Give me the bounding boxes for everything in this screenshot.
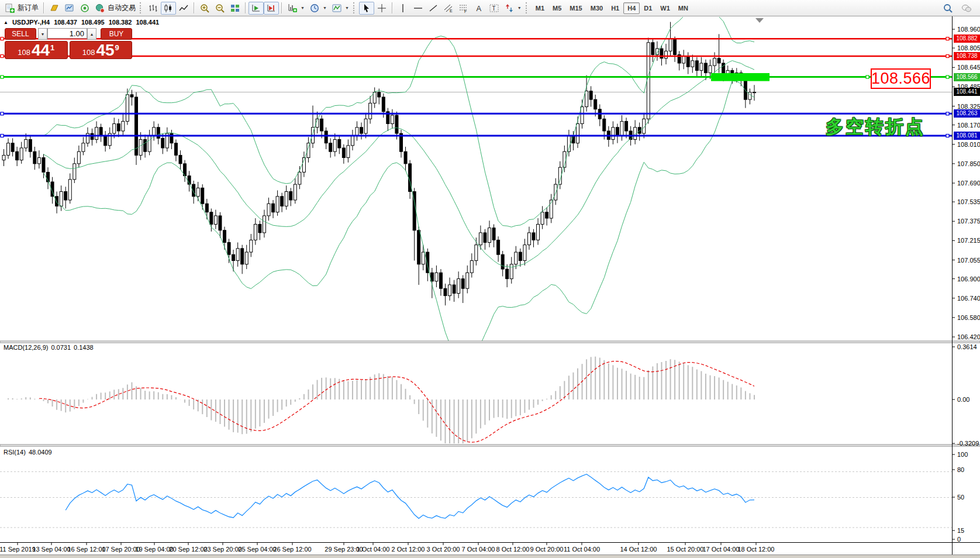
horizontal-line-tool-button[interactable] bbox=[410, 2, 426, 15]
text-tool-button[interactable]: A bbox=[471, 2, 486, 15]
time-tick-label: 1 Oct 04:00 bbox=[357, 546, 390, 553]
price-tick-label: 108.960 bbox=[957, 26, 980, 33]
collapse-chart-button[interactable]: ▲ bbox=[4, 20, 8, 25]
time-tick-label: 17 Oct 04:00 bbox=[703, 546, 740, 553]
chart-candles-button[interactable] bbox=[161, 2, 176, 15]
rsi-tick-label: 80 bbox=[957, 466, 964, 473]
time-tick-label: 26 Sep 12:00 bbox=[273, 546, 311, 553]
toolbar-grip[interactable] bbox=[353, 2, 356, 13]
timeframe-m30[interactable]: M30 bbox=[586, 2, 607, 14]
time-tick-label: 13 Sep 04:00 bbox=[32, 546, 70, 553]
chart-bars-button[interactable] bbox=[146, 2, 161, 15]
chat-button[interactable] bbox=[959, 2, 974, 15]
timeframe-h1[interactable]: H1 bbox=[607, 2, 623, 14]
buy-button[interactable]: BUY bbox=[101, 28, 132, 40]
cursor-icon bbox=[361, 3, 372, 13]
price-annotation-box[interactable]: 108.566 bbox=[871, 68, 931, 89]
signals-button[interactable] bbox=[77, 2, 92, 15]
time-tick-label: 2 Oct 12:00 bbox=[392, 546, 425, 553]
chevron-down-icon[interactable]: ▼ bbox=[345, 6, 349, 10]
text-label-tool-button[interactable]: T bbox=[486, 2, 502, 15]
price-tag: 108.566 bbox=[954, 73, 980, 81]
terminal-icon bbox=[64, 3, 75, 13]
trendline-tool-button[interactable] bbox=[426, 2, 441, 15]
autotrading-icon bbox=[95, 3, 105, 13]
chart-shift-button[interactable] bbox=[264, 2, 279, 15]
timeframe-w1[interactable]: W1 bbox=[656, 2, 674, 14]
volume-input[interactable] bbox=[47, 28, 87, 39]
chevron-down-icon[interactable]: ▼ bbox=[517, 6, 522, 10]
rsi-tick-label: 0 bbox=[957, 536, 961, 543]
search-button[interactable] bbox=[940, 2, 955, 15]
ask-price-button[interactable]: 108 45 9 bbox=[70, 41, 133, 59]
new-order-label: 新订单 bbox=[18, 3, 39, 13]
chevron-down-icon[interactable]: ▼ bbox=[301, 6, 305, 10]
time-tick-label: 18 Oct 12:00 bbox=[738, 546, 775, 553]
timeframe-h4[interactable]: H4 bbox=[623, 2, 640, 14]
rsi-indicator-label: RSI(14) 48.0409 bbox=[4, 449, 52, 456]
svg-text:F: F bbox=[464, 9, 467, 13]
volume-up-button[interactable]: ▲ bbox=[87, 28, 96, 40]
chart-line-button[interactable] bbox=[176, 2, 191, 15]
indicators-menu-button[interactable]: ▼ bbox=[329, 2, 351, 15]
autotrading-button[interactable]: 自动交易 bbox=[92, 2, 138, 15]
market-watch-button[interactable] bbox=[62, 2, 77, 15]
volume-down-button[interactable]: ▼ bbox=[38, 28, 47, 40]
time-tick-label: 11 Oct 04:00 bbox=[564, 546, 600, 553]
price-tick-label: 106.900 bbox=[957, 275, 980, 283]
price-tick-label: 106.580 bbox=[957, 314, 980, 321]
zoom-in-button[interactable] bbox=[197, 2, 212, 15]
vertical-line-tool-button[interactable] bbox=[395, 2, 410, 15]
trend-icon bbox=[428, 3, 439, 13]
zoom-out-icon bbox=[215, 3, 225, 13]
new-order-button[interactable]: 新订单 bbox=[2, 2, 41, 15]
rsi-tick-label: 15 bbox=[957, 527, 964, 534]
rsi-tick-label: 50 bbox=[957, 494, 964, 501]
timeframe-d1[interactable]: D1 bbox=[640, 2, 656, 14]
auto-scroll-button[interactable] bbox=[249, 2, 264, 15]
timeframe-mn[interactable]: MN bbox=[674, 2, 692, 14]
timeframe-m5[interactable]: M5 bbox=[548, 2, 565, 14]
macd-indicator-label: MACD(12,26,9) 0.0731 0.1438 bbox=[4, 344, 94, 351]
macd-pane bbox=[4, 357, 755, 443]
turning-point-annotation[interactable]: 多空转折点 bbox=[826, 115, 925, 139]
ohlc-high: 108.495 bbox=[81, 19, 105, 26]
fibo-icon: F bbox=[458, 3, 469, 13]
equidistant-channel-tool-button[interactable]: E bbox=[441, 2, 456, 15]
price-tag: 108.882 bbox=[954, 35, 980, 43]
toolbar-grip[interactable] bbox=[140, 2, 143, 13]
time-tick-label: 8 Oct 12:00 bbox=[496, 546, 530, 553]
toolbar-separator bbox=[281, 2, 282, 13]
sell-button[interactable]: SELL bbox=[5, 28, 36, 40]
tile-windows-button[interactable] bbox=[227, 2, 243, 15]
time-tick-label: 3 Oct 20:00 bbox=[427, 546, 460, 553]
main-pane bbox=[0, 10, 952, 364]
periods-button[interactable]: ▼ bbox=[307, 2, 329, 15]
time-tick-label: 15 Oct 20:00 bbox=[667, 546, 704, 553]
timeframe-m1[interactable]: M1 bbox=[532, 2, 548, 14]
timeframe-m15[interactable]: M15 bbox=[565, 2, 586, 14]
new-chart-button[interactable]: ▼ bbox=[285, 2, 307, 15]
toolbar-grip[interactable] bbox=[526, 2, 529, 13]
text-icon: A bbox=[474, 3, 484, 13]
bid-price-button[interactable]: 108 44 1 bbox=[5, 41, 68, 59]
ohlc-close: 108.441 bbox=[136, 19, 159, 26]
fibonacci-tool-button[interactable]: F bbox=[456, 2, 471, 15]
price-tick-label: 108.325 bbox=[957, 103, 980, 110]
price-tick-label: 106.420 bbox=[957, 333, 980, 340]
crosshair-button[interactable] bbox=[374, 2, 389, 15]
price-tick-label: 107.850 bbox=[957, 160, 980, 167]
window-bottom-border bbox=[0, 554, 980, 558]
arrows-tool-button[interactable]: ▼ bbox=[502, 2, 524, 15]
metaeditor-button[interactable] bbox=[47, 2, 62, 15]
price-tick-label: 107.375 bbox=[957, 218, 980, 225]
price-tick-label: 108.645 bbox=[957, 64, 980, 71]
highlight-rectangle bbox=[711, 73, 769, 81]
toolbar-separator bbox=[194, 2, 195, 13]
ask-big-digits: 45 bbox=[96, 43, 114, 57]
chart-canvas[interactable] bbox=[0, 0, 980, 558]
time-tick-label: 25 Sep 04:00 bbox=[238, 546, 276, 553]
chevron-down-icon[interactable]: ▼ bbox=[323, 6, 327, 10]
zoom-out-button[interactable] bbox=[212, 2, 227, 15]
cursor-button[interactable] bbox=[359, 2, 374, 15]
